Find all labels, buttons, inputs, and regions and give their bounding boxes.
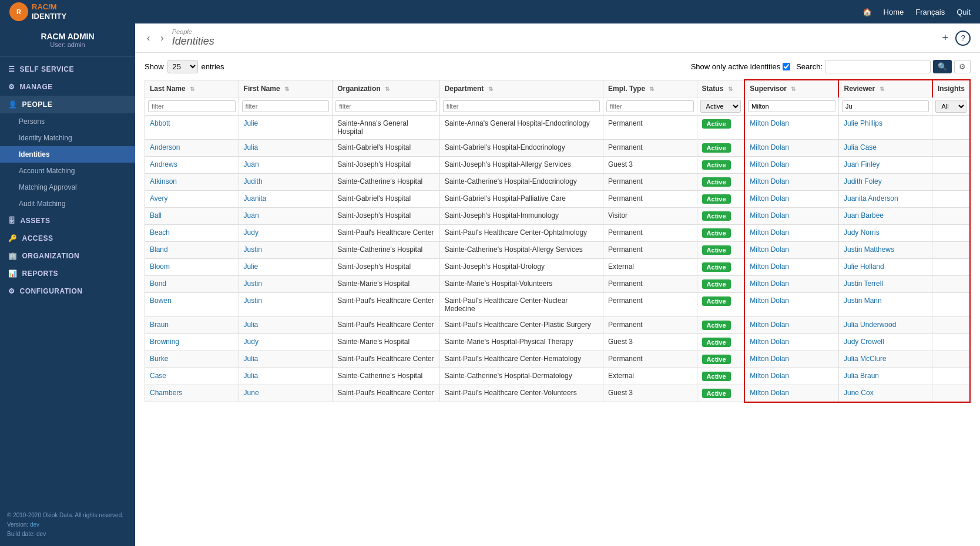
reviewer-link[interactable]: Juan Barbee: [844, 211, 884, 220]
lastname-link[interactable]: Browning: [150, 338, 179, 346]
reviewer-link[interactable]: Julie Holland: [844, 262, 884, 271]
filter-insights-select[interactable]: All Yes No: [935, 100, 966, 113]
lastname-link[interactable]: Bond: [150, 279, 166, 288]
lastname-link[interactable]: Bowen: [150, 296, 172, 305]
firstname-link[interactable]: Justin: [244, 279, 262, 288]
firstname-link[interactable]: Juan: [244, 211, 259, 220]
reviewer-link[interactable]: Justin Terrell: [844, 279, 883, 288]
home-link[interactable]: Home: [884, 8, 904, 16]
col-department[interactable]: Department ⇅: [439, 80, 603, 97]
col-emptype[interactable]: Empl. Type ⇅: [603, 80, 697, 97]
supervisor-link[interactable]: Milton Dolan: [750, 245, 789, 254]
sidebar-item-configuration[interactable]: ⚙ CONFIGURATION: [0, 282, 135, 300]
sidebar-sub-identities[interactable]: Identities: [0, 146, 135, 163]
firstname-link[interactable]: Judith: [244, 177, 263, 186]
lastname-link[interactable]: Chambers: [150, 389, 182, 397]
lastname-link[interactable]: Andrews: [150, 160, 177, 168]
filter-reviewer-input[interactable]: [842, 100, 929, 112]
quit-link[interactable]: Quit: [956, 8, 971, 16]
lastname-link[interactable]: Ball: [150, 211, 162, 220]
active-only-checkbox[interactable]: [783, 63, 790, 70]
nav-back-button[interactable]: ‹: [145, 32, 152, 45]
supervisor-link[interactable]: Milton Dolan: [750, 211, 789, 220]
reviewer-link[interactable]: Judith Foley: [844, 177, 882, 186]
sidebar-sub-account-matching[interactable]: Account Matching: [0, 163, 135, 179]
col-organization[interactable]: Organization ⇅: [333, 80, 439, 97]
supervisor-link[interactable]: Milton Dolan: [750, 194, 789, 203]
settings-button[interactable]: ⚙: [954, 60, 971, 73]
supervisor-link[interactable]: Milton Dolan: [750, 160, 789, 168]
supervisor-link[interactable]: Milton Dolan: [750, 228, 789, 237]
language-link[interactable]: Français: [915, 8, 945, 16]
sidebar-item-people[interactable]: 👤 PEOPLE: [0, 96, 135, 113]
add-button[interactable]: +: [941, 31, 949, 45]
reviewer-link[interactable]: Juanita Anderson: [844, 194, 898, 203]
firstname-link[interactable]: Julie: [244, 119, 259, 127]
lastname-link[interactable]: Case: [150, 372, 166, 380]
reviewer-link[interactable]: Julia McClure: [844, 355, 887, 363]
firstname-link[interactable]: Juan: [244, 160, 259, 168]
filter-emptype-input[interactable]: [606, 100, 694, 112]
firstname-link[interactable]: June: [244, 389, 259, 397]
col-reviewer[interactable]: Reviewer ⇅: [838, 80, 932, 97]
supervisor-link[interactable]: Milton Dolan: [750, 177, 789, 186]
firstname-link[interactable]: Justin: [244, 245, 262, 254]
sidebar-item-manage[interactable]: ⚙ MANAGE: [0, 78, 135, 96]
supervisor-link[interactable]: Milton Dolan: [750, 296, 789, 305]
lastname-link[interactable]: Avery: [150, 194, 167, 203]
lastname-link[interactable]: Beach: [150, 228, 170, 237]
supervisor-link[interactable]: Milton Dolan: [750, 279, 789, 288]
firstname-link[interactable]: Julie: [244, 262, 259, 271]
sidebar-item-self-service[interactable]: ☰ SELF SERVICE: [0, 60, 135, 78]
sidebar-item-assets[interactable]: 🗄 ASSETS: [0, 212, 135, 230]
sidebar-item-organization[interactable]: 🏢 ORGANIZATION: [0, 247, 135, 265]
supervisor-link[interactable]: Milton Dolan: [750, 262, 789, 271]
firstname-link[interactable]: Julia: [244, 355, 259, 363]
reviewer-link[interactable]: Justin Mann: [844, 296, 882, 305]
reviewer-link[interactable]: Juan Finley: [844, 160, 880, 168]
reviewer-link[interactable]: Julia Braun: [844, 372, 879, 380]
nav-forward-button[interactable]: ›: [158, 32, 166, 45]
search-button[interactable]: 🔍: [933, 60, 952, 73]
col-firstname[interactable]: First Name ⇅: [239, 80, 333, 97]
firstname-link[interactable]: Juanita: [244, 194, 267, 203]
firstname-link[interactable]: Julia: [244, 143, 259, 151]
sidebar-sub-matching-approval[interactable]: Matching Approval: [0, 179, 135, 196]
lastname-link[interactable]: Bland: [150, 245, 168, 254]
reviewer-link[interactable]: Justin Matthews: [844, 245, 894, 254]
col-supervisor[interactable]: Supervisor ⇅: [744, 80, 838, 97]
firstname-link[interactable]: Judy: [244, 338, 259, 346]
sidebar-sub-persons[interactable]: Persons: [0, 113, 135, 130]
reviewer-link[interactable]: Judy Norris: [844, 228, 880, 237]
help-button[interactable]: ?: [955, 31, 971, 46]
version-link[interactable]: dev: [30, 521, 39, 528]
entries-select[interactable]: 25 10 50 100: [167, 60, 198, 73]
lastname-link[interactable]: Anderson: [150, 143, 180, 151]
filter-firstname-input[interactable]: [242, 100, 330, 112]
supervisor-link[interactable]: Milton Dolan: [750, 355, 789, 363]
filter-lastname-input[interactable]: [148, 100, 236, 112]
firstname-link[interactable]: Julia: [244, 372, 259, 380]
firstname-link[interactable]: Judy: [244, 228, 259, 237]
reviewer-link[interactable]: Julia Underwood: [844, 321, 896, 329]
firstname-link[interactable]: Justin: [244, 296, 262, 305]
filter-org-input[interactable]: [335, 100, 436, 112]
col-status[interactable]: Status ⇅: [697, 80, 744, 97]
reviewer-link[interactable]: June Cox: [844, 389, 874, 397]
supervisor-link[interactable]: Milton Dolan: [750, 372, 789, 380]
lastname-link[interactable]: Abbott: [150, 119, 170, 127]
reviewer-link[interactable]: Julia Case: [844, 143, 877, 151]
firstname-link[interactable]: Julia: [244, 321, 259, 329]
filter-supervisor-input[interactable]: [748, 100, 835, 112]
supervisor-link[interactable]: Milton Dolan: [750, 338, 789, 346]
supervisor-link[interactable]: Milton Dolan: [750, 119, 789, 127]
filter-status-select[interactable]: All Active Inactive: [700, 100, 741, 113]
sidebar-sub-audit-matching[interactable]: Audit Matching: [0, 196, 135, 212]
reviewer-link[interactable]: Julie Phillips: [844, 119, 882, 127]
supervisor-link[interactable]: Milton Dolan: [750, 321, 789, 329]
supervisor-link[interactable]: Milton Dolan: [750, 143, 789, 151]
lastname-link[interactable]: Atkinson: [150, 177, 177, 186]
col-insights[interactable]: Insights: [932, 80, 970, 97]
search-input[interactable]: [825, 60, 931, 73]
sidebar-item-access[interactable]: 🔑 ACCESS: [0, 230, 135, 247]
